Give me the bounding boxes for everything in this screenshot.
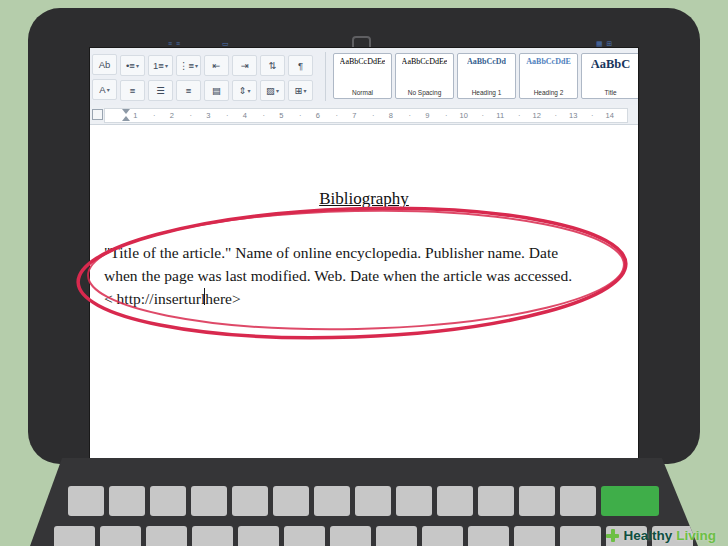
keyboard-key[interactable] — [560, 486, 596, 516]
shading-button[interactable]: ▨▾ — [260, 80, 285, 101]
text-cursor — [204, 288, 205, 305]
align-right-icon: ≡ — [186, 85, 192, 96]
group-divider — [325, 52, 326, 101]
ribbon-toolbar: Ab A ▾ •≡▾1≡▾⋮≡▾⇤⇥⇅¶ ≡☰≡▤⇕▾▨▾⊞▾ AaBbCcDd… — [90, 48, 638, 106]
style-label: Title — [604, 89, 616, 96]
hanging-indent-marker[interactable] — [122, 116, 130, 121]
scene: ≡ ≡ ▭ ▦ ⊞ Ab A ▾ •≡▾1≡▾⋮≡▾⇤⇥⇅¶ ≡☰≡▤⇕▾▨▾⊞… — [0, 0, 728, 546]
keyboard-key-accent[interactable] — [601, 486, 659, 516]
ruler-number: 11 — [482, 109, 519, 122]
brand-second: Living — [676, 528, 716, 543]
sort-button[interactable]: ⇅ — [260, 55, 285, 76]
ribbon-fragment: ▦ ⊞ — [596, 40, 613, 48]
justify-button[interactable]: ▤ — [204, 80, 229, 101]
increase-indent-button[interactable]: ⇥ — [232, 55, 257, 76]
keyboard-key[interactable] — [468, 526, 509, 546]
pilcrow-button[interactable]: ¶ — [288, 55, 313, 76]
keyboard-key[interactable] — [192, 526, 233, 546]
keyboard-key[interactable] — [232, 486, 268, 516]
style-sample: AaBbCcDdE — [526, 58, 570, 66]
ruler-number: 3 — [190, 109, 227, 122]
styles-gallery: AaBbCcDdEeNormalAaBbCcDdEeNo SpacingAaBb… — [333, 53, 638, 99]
keyboard-key[interactable] — [191, 486, 227, 516]
keyboard-key[interactable] — [330, 526, 371, 546]
chevron-down-icon: ▾ — [247, 87, 250, 94]
chevron-down-icon: ▾ — [303, 87, 306, 94]
keyboard-key[interactable] — [150, 486, 186, 516]
style-title[interactable]: AaBbCTitle — [581, 53, 638, 99]
chevron-down-icon: ▾ — [107, 86, 110, 93]
paragraph-row-1: •≡▾1≡▾⋮≡▾⇤⇥⇅¶ — [120, 55, 313, 76]
align-right-button[interactable]: ≡ — [176, 80, 201, 101]
keyboard-key[interactable] — [146, 526, 187, 546]
keyboard-key[interactable] — [514, 526, 555, 546]
ruler-number: 10 — [446, 109, 483, 122]
keyboard-key[interactable] — [314, 486, 350, 516]
font-style-button[interactable]: Ab — [92, 54, 117, 75]
font-color-button[interactable]: A ▾ — [92, 79, 117, 100]
font-style-icon: Ab — [99, 59, 111, 70]
decrease-indent-button[interactable]: ⇤ — [204, 55, 229, 76]
align-center-icon: ☰ — [156, 85, 165, 96]
keyboard-key[interactable] — [478, 486, 514, 516]
align-center-button[interactable]: ☰ — [148, 80, 173, 101]
keyboard-key[interactable] — [437, 486, 473, 516]
align-left-icon: ≡ — [130, 85, 136, 96]
style-sample: AaBbC — [591, 58, 631, 71]
keyboard-key[interactable] — [396, 486, 432, 516]
style-sample: AaBbCcDdEe — [340, 58, 386, 66]
document-title: Bibliography — [90, 189, 638, 209]
plus-icon — [606, 529, 619, 542]
style-no-spacing[interactable]: AaBbCcDdEeNo Spacing — [395, 53, 454, 99]
numbering-button[interactable]: 1≡▾ — [148, 55, 173, 76]
keyboard-key[interactable] — [54, 526, 95, 546]
shading-icon: ▨ — [266, 85, 275, 96]
keyboard-key[interactable] — [238, 526, 279, 546]
keyboard-key[interactable] — [355, 486, 391, 516]
document-text-line: < http://inserturlhere> — [104, 287, 572, 310]
keyboard-key[interactable] — [376, 526, 417, 546]
keyboard-key[interactable] — [109, 486, 145, 516]
ruler-number: 9 — [409, 109, 446, 122]
ruler-number: 4 — [227, 109, 264, 122]
sort-icon: ⇅ — [269, 60, 277, 71]
chevron-down-icon: ▾ — [276, 87, 279, 94]
keyboard-key[interactable] — [519, 486, 555, 516]
keyboard-key[interactable] — [100, 526, 141, 546]
style-label: Normal — [352, 89, 373, 96]
align-left-button[interactable]: ≡ — [120, 80, 145, 101]
borders-button[interactable]: ⊞▾ — [288, 80, 313, 101]
word-window: Ab A ▾ •≡▾1≡▾⋮≡▾⇤⇥⇅¶ ≡☰≡▤⇕▾▨▾⊞▾ AaBbCcDd… — [90, 48, 638, 458]
multilevel-list-icon: ⋮≡ — [179, 60, 194, 71]
chevron-down-icon: ▾ — [136, 62, 139, 69]
document-page[interactable]: Bibliography "Title of the article." Nam… — [90, 125, 638, 458]
multilevel-list-button[interactable]: ⋮≡▾ — [176, 55, 201, 76]
keyboard-key[interactable] — [560, 526, 601, 546]
tab-selector[interactable] — [92, 109, 103, 120]
keyboard-key[interactable] — [422, 526, 463, 546]
document-text-line: "Title of the article." Name of online e… — [104, 241, 572, 264]
paragraph-row-2: ≡☰≡▤⇕▾▨▾⊞▾ — [120, 80, 313, 101]
style-label: Heading 2 — [534, 89, 564, 96]
decrease-indent-icon: ⇤ — [213, 60, 221, 71]
style-sample: AaBbCcDdEe — [402, 58, 448, 66]
style-normal[interactable]: AaBbCcDdEeNormal — [333, 53, 392, 99]
line-spacing-icon: ⇕ — [239, 85, 247, 96]
numbering-icon: 1≡ — [153, 60, 164, 71]
ribbon-fragment: ▭ — [222, 40, 230, 48]
bullets-button[interactable]: •≡▾ — [120, 55, 145, 76]
citation-paragraph: "Title of the article." Name of online e… — [104, 241, 572, 310]
keyboard-key[interactable] — [273, 486, 309, 516]
ruler-number: 12 — [519, 109, 556, 122]
line-spacing-button[interactable]: ⇕▾ — [232, 80, 257, 101]
ruler-band: 1234567891011121314 — [104, 108, 628, 123]
keyboard-key[interactable] — [284, 526, 325, 546]
paragraph-group: •≡▾1≡▾⋮≡▾⇤⇥⇅¶ ≡☰≡▤⇕▾▨▾⊞▾ — [120, 55, 313, 101]
first-line-indent-marker[interactable] — [122, 109, 130, 114]
keyboard-key[interactable] — [68, 486, 104, 516]
ruler-number: 6 — [300, 109, 337, 122]
style-heading-2[interactable]: AaBbCcDdEHeading 2 — [519, 53, 578, 99]
style-heading-1[interactable]: AaBbCcDdHeading 1 — [457, 53, 516, 99]
pilcrow-icon: ¶ — [298, 60, 303, 71]
ruler: 1234567891011121314 — [90, 105, 638, 125]
